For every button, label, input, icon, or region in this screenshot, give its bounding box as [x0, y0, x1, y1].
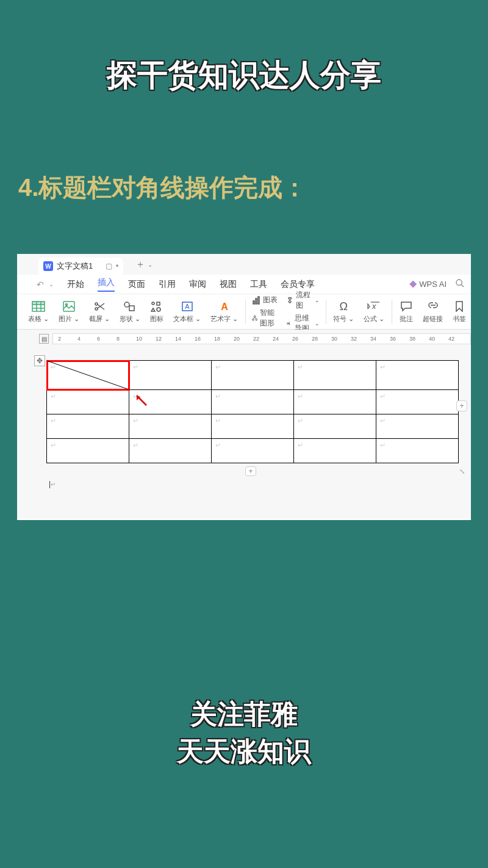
svg-point-10: [95, 303, 98, 305]
document-tab[interactable]: W 文字文稿1 ▢ •: [38, 258, 123, 275]
svg-rect-22: [253, 301, 254, 304]
table-cell[interactable]: ↵: [47, 390, 129, 414]
table-cell[interactable]: ↵: [47, 439, 129, 463]
table-resize-handle[interactable]: ⤡: [459, 468, 465, 476]
document-canvas[interactable]: ✥ ↵↵↵↵↵↵↵↵↵↵↵↵↵↵↵↵↵↵↵↵ + + ⤡ |↵: [17, 348, 471, 519]
ribbon-flowchart-label: 流程图: [296, 290, 312, 311]
table-cell[interactable]: ↵: [294, 439, 376, 463]
tab-window-icon[interactable]: ▢: [106, 262, 112, 270]
menu-tools[interactable]: 工具: [250, 279, 267, 290]
table-cell[interactable]: ↵: [376, 390, 459, 414]
footer-line-1: 关注菲雅: [0, 695, 488, 733]
ribbon-flowchart[interactable]: 流程图 ⌄: [287, 290, 319, 311]
svg-line-1: [461, 284, 464, 287]
ribbon-icons-label: 图标: [150, 314, 163, 324]
ribbon-symbol-label: 符号: [333, 315, 346, 322]
ribbon-formula[interactable]: x 公式 ⌄: [359, 300, 389, 324]
ribbon-screenshot-label: 截屏: [89, 315, 102, 322]
table-cell[interactable]: ↵: [129, 414, 212, 439]
table-cell[interactable]: ↵: [212, 390, 294, 414]
new-tab-button[interactable]: ＋⌄: [135, 258, 152, 271]
table-cell[interactable]: ↵: [376, 361, 459, 390]
menu-bar: ↶ ⌄ 开始 插入 页面 引用 审阅 视图 工具 会员专享 WPS AI: [17, 275, 471, 294]
wps-ai-button[interactable]: WPS AI: [409, 280, 447, 289]
table-cell[interactable]: ↵: [47, 361, 129, 390]
ribbon-chart[interactable]: 图表: [252, 295, 279, 305]
undo-icon[interactable]: ↶: [37, 280, 44, 289]
ribbon-comment-label: 批注: [400, 314, 413, 324]
menu-member[interactable]: 会员专享: [281, 279, 315, 290]
ruler-tick: 12: [156, 336, 162, 342]
ribbon-bookmark[interactable]: 书签: [448, 300, 471, 324]
table-cell[interactable]: ↵: [129, 439, 212, 463]
table-cell[interactable]: ↵: [212, 414, 294, 439]
ruler-tick: 30: [331, 336, 337, 342]
table-cell[interactable]: ↵: [129, 390, 212, 414]
ribbon-hyperlink-label: 超链接: [423, 314, 443, 324]
add-row-button[interactable]: +: [245, 466, 256, 476]
word-doc-icon: W: [43, 261, 53, 271]
menu-page[interactable]: 页面: [128, 279, 145, 290]
menu-start[interactable]: 开始: [67, 279, 84, 290]
table-cell[interactable]: ↵: [376, 414, 459, 439]
svg-text:x: x: [371, 302, 376, 311]
svg-rect-24: [258, 297, 259, 304]
ribbon-wordart[interactable]: A 艺术字 ⌄: [206, 300, 243, 324]
ribbon-symbol[interactable]: Ω 符号 ⌄: [328, 300, 359, 324]
ribbon-textbox[interactable]: A 文本框 ⌄: [168, 300, 206, 324]
image-icon: [62, 300, 76, 313]
menu-reference[interactable]: 引用: [159, 279, 176, 290]
table-cell[interactable]: ↵: [47, 414, 129, 439]
svg-point-0: [456, 280, 462, 285]
ribbon-hyperlink[interactable]: 超链接: [418, 300, 448, 324]
ribbon-icons[interactable]: 图标: [145, 300, 168, 324]
table-cell[interactable]: ↵: [376, 439, 459, 463]
ribbon-separator: [245, 300, 246, 324]
ruler-tick: 6: [97, 336, 100, 342]
menu-insert[interactable]: 插入: [98, 277, 115, 292]
ruler-tick: 4: [77, 336, 81, 342]
add-column-button[interactable]: +: [456, 400, 467, 411]
horizontal-ruler[interactable]: 24681012141618202224262830323436384042: [52, 333, 471, 344]
tab-more-icon[interactable]: •: [116, 262, 118, 270]
table-move-handle[interactable]: ✥: [34, 355, 45, 366]
menu-view[interactable]: 视图: [220, 279, 237, 290]
undo-dropdown-icon[interactable]: ⌄: [49, 281, 54, 288]
table-cell[interactable]: ↵: [294, 390, 376, 414]
table-cell[interactable]: ↵: [294, 414, 376, 439]
ribbon-textbox-label: 文本框: [173, 315, 193, 322]
svg-line-28: [253, 317, 255, 319]
wps-ai-label: WPS AI: [419, 280, 447, 289]
ribbon-comment[interactable]: 批注: [395, 300, 418, 324]
ribbon-shapes-label: 形状: [120, 315, 133, 322]
navigation-pane-icon[interactable]: ▤: [39, 334, 49, 344]
diagonal-line: [47, 361, 129, 389]
chart-icon: [252, 296, 260, 305]
document-tab-label: 文字文稿1: [57, 261, 93, 272]
ruler-tick: 38: [409, 336, 415, 342]
ruler-tick: 18: [214, 336, 220, 342]
document-table[interactable]: ↵↵↵↵↵↵↵↵↵↵↵↵↵↵↵↵↵↵↵↵: [46, 360, 459, 463]
table-cell[interactable]: ↵: [294, 361, 376, 390]
ribbon-smartart[interactable]: 智能图形: [252, 308, 279, 328]
table-cell[interactable]: ↵: [129, 361, 212, 390]
ribbon-shapes[interactable]: 形状 ⌄: [115, 300, 145, 324]
ruler-tick: 40: [429, 336, 435, 342]
ribbon-table[interactable]: 表格 ⌄: [23, 300, 54, 324]
omega-icon: Ω: [337, 300, 350, 313]
table-cell[interactable]: ↵: [212, 361, 294, 390]
ribbon-screenshot[interactable]: 截屏 ⌄: [84, 300, 115, 324]
table-cell[interactable]: ↵: [212, 439, 294, 463]
ruler-tick: 26: [292, 336, 298, 342]
svg-rect-8: [63, 302, 74, 311]
ribbon-formula-label: 公式: [364, 315, 377, 322]
ruler-row: ▤ 24681012141618202224262830323436384042: [17, 330, 471, 348]
svg-point-11: [95, 308, 98, 310]
ruler-tick: 22: [253, 336, 259, 342]
menu-review[interactable]: 审阅: [189, 279, 206, 290]
ruler-tick: 20: [234, 336, 240, 342]
search-icon[interactable]: [455, 278, 465, 290]
ribbon-image[interactable]: 图片 ⌄: [54, 300, 84, 324]
flowchart-icon: [287, 296, 293, 305]
bookmark-icon: [453, 300, 466, 313]
